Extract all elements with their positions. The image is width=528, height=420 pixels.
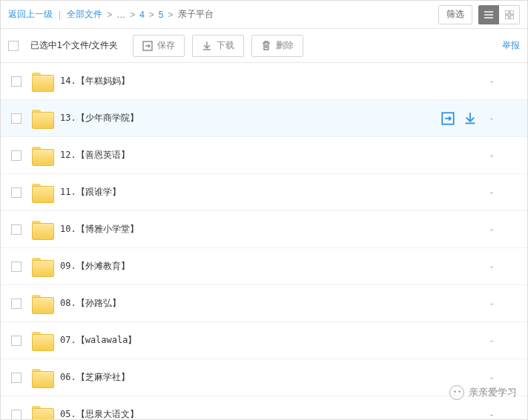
file-row[interactable]: 06.【芝麻学社】- xyxy=(1,359,527,396)
row-checkbox[interactable] xyxy=(11,261,22,272)
filter-label: 筛选 xyxy=(446,8,464,21)
row-size: - xyxy=(490,150,520,161)
file-row[interactable]: 08.【孙路弘】- xyxy=(1,285,527,322)
wechat-icon xyxy=(449,385,464,400)
list-view-button[interactable] xyxy=(478,5,499,24)
row-checkbox[interactable] xyxy=(11,373,22,383)
breadcrumb-level-5[interactable]: 5 xyxy=(159,10,164,20)
row-size: - xyxy=(490,76,520,87)
row-save-icon[interactable] xyxy=(441,112,455,125)
svg-rect-6 xyxy=(510,16,514,19)
file-row[interactable]: 13.【少年商学院】- xyxy=(1,100,527,137)
save-label: 保存 xyxy=(157,39,175,52)
row-download-icon[interactable] xyxy=(463,112,477,125)
folder-icon xyxy=(32,221,53,239)
file-name[interactable]: 06.【芝麻学社】 xyxy=(60,371,130,384)
row-right: - xyxy=(490,336,520,346)
folder-icon xyxy=(32,332,53,350)
svg-rect-3 xyxy=(505,10,509,14)
wechat-watermark: 亲亲爱学习 xyxy=(449,385,517,400)
file-row[interactable]: 12.【善恩英语】- xyxy=(1,137,527,174)
row-right: - xyxy=(490,261,520,272)
row-checkbox[interactable] xyxy=(11,224,22,235)
file-name[interactable]: 07.【walawala】 xyxy=(60,334,136,347)
top-bar: 返回上一级 | 全部文件 > … > 4 > 5 > 亲子平台 筛选 xyxy=(1,1,527,29)
save-icon xyxy=(142,41,153,51)
file-name[interactable]: 09.【外滩教育】 xyxy=(60,260,130,273)
download-icon xyxy=(202,41,212,51)
row-checkbox[interactable] xyxy=(11,336,22,346)
row-checkbox[interactable] xyxy=(11,76,22,87)
row-right: - xyxy=(490,373,520,383)
row-size: - xyxy=(490,373,520,383)
breadcrumb-current: 亲子平台 xyxy=(178,8,214,21)
row-size: - xyxy=(490,187,520,198)
file-list[interactable]: 14.【年糕妈妈】-13.【少年商学院】-12.【善恩英语】-11.【跟谁学】-… xyxy=(1,63,527,419)
chevron-right-icon: > xyxy=(105,10,113,20)
filter-button[interactable]: 筛选 xyxy=(438,5,472,24)
file-name[interactable]: 13.【少年商学院】 xyxy=(60,112,139,124)
row-right: - xyxy=(490,224,520,235)
folder-icon xyxy=(32,110,53,127)
folder-icon xyxy=(32,184,53,201)
file-row[interactable]: 09.【外滩教育】- xyxy=(1,248,527,285)
selection-toolbar: 已选中1个文件/文件夹 保存 下载 删除 举报 xyxy=(1,29,527,63)
select-all-checkbox[interactable] xyxy=(8,41,19,51)
top-right-controls: 筛选 xyxy=(438,5,520,24)
breadcrumb-divider: | xyxy=(56,10,64,20)
row-checkbox[interactable] xyxy=(11,187,22,198)
file-name[interactable]: 11.【跟谁学】 xyxy=(60,186,121,199)
file-name[interactable]: 05.【思泉大语文】 xyxy=(60,408,139,419)
selection-count-label: 已选中1个文件/文件夹 xyxy=(30,39,118,52)
svg-rect-5 xyxy=(505,16,509,19)
delete-label: 删除 xyxy=(276,39,294,52)
chevron-right-icon: > xyxy=(148,10,156,20)
row-checkbox[interactable] xyxy=(11,150,22,161)
row-size: - xyxy=(490,410,520,420)
delete-button[interactable]: 删除 xyxy=(251,35,303,57)
folder-icon xyxy=(32,369,53,387)
list-view-icon xyxy=(484,11,493,19)
grid-view-button[interactable] xyxy=(499,5,520,24)
file-name[interactable]: 12.【善恩英语】 xyxy=(60,149,130,161)
breadcrumb-back[interactable]: 返回上一级 xyxy=(8,8,53,21)
row-size: - xyxy=(490,336,520,346)
file-row[interactable]: 10.【博雅小学堂】- xyxy=(1,211,527,248)
file-row[interactable]: 05.【思泉大语文】- xyxy=(1,396,527,419)
row-right: - xyxy=(490,150,520,161)
report-link[interactable]: 举报 xyxy=(502,39,520,52)
row-size: - xyxy=(490,261,520,272)
row-checkbox[interactable] xyxy=(11,299,22,309)
folder-icon xyxy=(32,406,53,420)
download-label: 下载 xyxy=(217,39,234,52)
row-right: - xyxy=(490,299,520,309)
view-toggle xyxy=(478,5,520,24)
row-actions xyxy=(441,112,477,125)
file-name[interactable]: 10.【博雅小学堂】 xyxy=(60,223,139,236)
file-name[interactable]: 14.【年糕妈妈】 xyxy=(60,75,130,87)
row-checkbox[interactable] xyxy=(11,410,22,420)
breadcrumb-level-4[interactable]: 4 xyxy=(139,10,145,20)
row-right: - xyxy=(441,112,520,125)
folder-icon xyxy=(32,295,53,313)
file-row[interactable]: 07.【walawala】- xyxy=(1,322,527,359)
folder-icon xyxy=(32,147,53,164)
file-row[interactable]: 11.【跟谁学】- xyxy=(1,174,527,211)
row-size: - xyxy=(490,299,520,309)
file-row[interactable]: 14.【年糕妈妈】- xyxy=(1,63,527,100)
save-button[interactable]: 保存 xyxy=(133,35,185,57)
row-checkbox[interactable] xyxy=(11,113,22,124)
row-right: - xyxy=(490,76,520,87)
download-button[interactable]: 下载 xyxy=(192,35,244,57)
row-right: - xyxy=(490,187,520,198)
file-name[interactable]: 08.【孙路弘】 xyxy=(60,297,121,310)
row-right: - xyxy=(490,410,520,420)
row-size: - xyxy=(490,224,520,235)
breadcrumb-ellipsis[interactable]: … xyxy=(116,10,125,20)
grid-view-icon xyxy=(505,10,514,19)
breadcrumb-root[interactable]: 全部文件 xyxy=(67,8,102,21)
chevron-right-icon: > xyxy=(167,10,175,20)
folder-icon xyxy=(32,258,53,276)
trash-icon xyxy=(261,41,271,51)
svg-rect-4 xyxy=(510,10,514,14)
